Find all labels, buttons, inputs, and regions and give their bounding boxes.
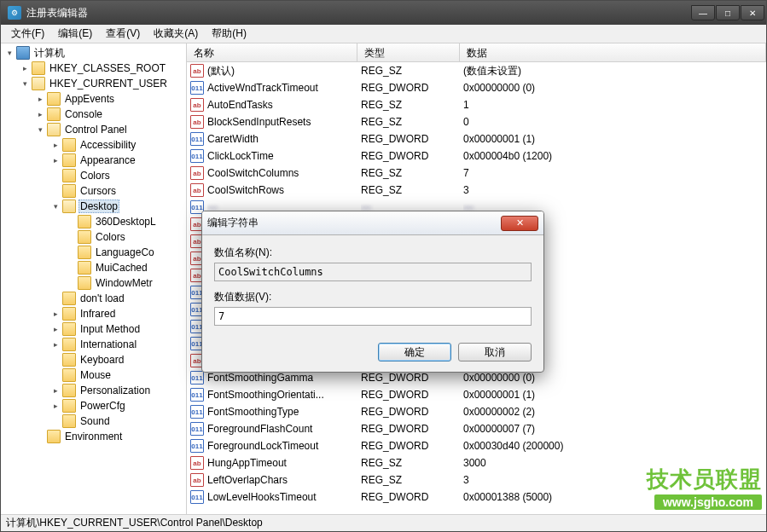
menu-help[interactable]: 帮助(H) — [205, 25, 253, 43]
tree-item[interactable]: ▸International — [1, 337, 186, 352]
expand-icon[interactable]: ▸ — [50, 339, 61, 350]
tree-item[interactable]: ▾Control Panel — [1, 122, 186, 137]
cell-name: ForegroundLockTimeout — [207, 440, 361, 452]
ok-button[interactable]: 确定 — [378, 343, 451, 361]
tree-item[interactable]: Environment — [1, 429, 186, 444]
tree-pane[interactable]: ▾计算机▸HKEY_CLASSES_ROOT▾HKEY_CURRENT_USER… — [1, 43, 187, 514]
expand-icon[interactable]: ▸ — [50, 140, 61, 150]
dialog-titlebar[interactable]: 编辑字符串 ✕ — [202, 211, 543, 235]
tree-item[interactable]: ▸HKEY_CLASSES_ROOT — [1, 61, 186, 76]
expand-icon[interactable]: ▸ — [50, 309, 61, 319]
tree-item[interactable]: ▸Input Method — [1, 321, 186, 337]
titlebar[interactable]: ⚙ 注册表编辑器 — □ ✕ — [1, 1, 766, 25]
folder-icon — [78, 246, 91, 259]
list-row[interactable]: 011ForegroundFlashCountREG_DWORD0x000000… — [187, 420, 766, 437]
list-row[interactable]: abBlockSendInputResetsREG_SZ0 — [187, 113, 766, 130]
cell-data: 0x00000000 (0) — [463, 372, 763, 384]
tree-item[interactable]: Cursors — [1, 183, 186, 199]
tree-item[interactable]: ▾Desktop — [1, 199, 186, 214]
cell-name: LeftOverlapChars — [207, 474, 361, 486]
tree-item[interactable]: ▾计算机 — [1, 45, 186, 61]
tree-item[interactable]: ▸Accessibility — [1, 137, 186, 153]
list-header: 名称 类型 数据 — [187, 43, 766, 62]
folder-icon — [62, 414, 76, 428]
menu-view[interactable]: 查看(V) — [99, 25, 147, 43]
tree-item[interactable]: don't load — [1, 291, 186, 306]
dword-value-icon: 011 — [190, 371, 204, 385]
expand-icon[interactable]: ▸ — [50, 324, 61, 334]
expand-icon[interactable]: ▸ — [50, 385, 61, 396]
list-row[interactable]: 011CaretWidthREG_DWORD0x00000001 (1) — [187, 130, 766, 147]
list-row[interactable]: abCoolSwitchColumnsREG_SZ7 — [187, 165, 766, 182]
dword-value-icon: 011 — [190, 439, 204, 453]
cell-data: 0 — [463, 116, 763, 128]
menu-favorites[interactable]: 收藏夹(A) — [147, 25, 205, 43]
dword-value-icon: 011 — [190, 490, 204, 504]
collapse-icon[interactable]: ▾ — [4, 48, 15, 58]
registry-tree: ▾计算机▸HKEY_CLASSES_ROOT▾HKEY_CURRENT_USER… — [1, 45, 186, 444]
list-row[interactable]: abAutoEndTasksREG_SZ1 — [187, 96, 766, 113]
expand-icon[interactable]: ▸ — [20, 63, 30, 73]
tree-item[interactable]: Mouse — [1, 367, 186, 383]
list-row[interactable]: 011ActiveWndTrackTimeoutREG_DWORD0x00000… — [187, 79, 766, 96]
menu-file[interactable]: 文件(F) — [4, 25, 51, 43]
dialog-close-button[interactable]: ✕ — [501, 216, 538, 231]
tree-item[interactable]: ▸Infrared — [1, 306, 186, 321]
list-row[interactable]: 011LowLevelHooksTimeoutREG_DWORD0x000013… — [187, 489, 766, 506]
tree-item[interactable]: ▸Personalization — [1, 383, 186, 398]
dword-value-icon: 011 — [190, 405, 204, 419]
cell-type: REG_SZ — [361, 99, 463, 111]
value-name-field — [214, 263, 532, 281]
collapse-icon[interactable]: ▾ — [35, 124, 45, 135]
tree-item[interactable]: Colors — [1, 229, 186, 245]
tree-item-label: International — [78, 338, 138, 351]
list-row[interactable]: 011ClickLockTimeREG_DWORD0x000004b0 (120… — [187, 147, 766, 165]
menu-edit[interactable]: 编辑(E) — [51, 25, 99, 43]
expand-icon[interactable]: ▸ — [35, 94, 45, 104]
list-row[interactable]: 011FontSmoothingOrientati...REG_DWORD0x0… — [187, 386, 766, 403]
expand-icon[interactable]: ▸ — [35, 109, 45, 119]
cell-name: ClickLockTime — [207, 150, 361, 162]
collapse-icon[interactable]: ▾ — [20, 78, 30, 89]
cell-data: 1 — [463, 99, 763, 111]
tree-item[interactable]: Sound — [1, 413, 186, 429]
tree-item[interactable]: WindowMetr — [1, 275, 186, 291]
expand-icon[interactable]: ▸ — [50, 155, 61, 165]
tree-item-label: 360DesktopL — [94, 215, 158, 228]
list-row[interactable]: abLeftOverlapCharsREG_SZ3 — [187, 471, 766, 489]
column-type[interactable]: 类型 — [357, 43, 460, 61]
cell-name: FontSmoothingOrientati... — [207, 389, 361, 401]
minimize-button[interactable]: — — [691, 5, 715, 20]
value-data-field[interactable] — [214, 307, 532, 326]
tree-item[interactable]: ▸Console — [1, 107, 186, 122]
tree-item[interactable]: LanguageCo — [1, 245, 186, 260]
column-name[interactable]: 名称 — [187, 43, 357, 61]
folder-icon — [62, 353, 76, 367]
list-row[interactable]: abCoolSwitchRowsREG_SZ3 — [187, 182, 766, 199]
tree-item-label: Infrared — [78, 307, 117, 321]
maximize-button[interactable]: □ — [716, 5, 740, 20]
cell-name: HungAppTimeout — [207, 457, 361, 469]
tree-item-label: Sound — [78, 414, 112, 428]
list-row[interactable]: abHungAppTimeoutREG_SZ3000 — [187, 454, 766, 471]
tree-item[interactable]: Colors — [1, 168, 186, 183]
folder-icon — [62, 153, 76, 167]
list-row[interactable]: 011ForegroundLockTimeoutREG_DWORD0x00030… — [187, 437, 766, 454]
folder-icon — [32, 77, 45, 90]
list-row[interactable]: ab(默认)REG_SZ(数值未设置) — [187, 62, 766, 79]
expand-icon[interactable]: ▸ — [50, 401, 61, 411]
tree-item[interactable]: ▸Appearance — [1, 153, 186, 168]
tree-item[interactable]: Keyboard — [1, 352, 186, 367]
tree-item[interactable]: ▸PowerCfg — [1, 398, 186, 413]
cancel-button[interactable]: 取消 — [458, 343, 532, 361]
collapse-icon[interactable]: ▾ — [50, 201, 61, 211]
tree-item-label: Appearance — [78, 153, 137, 167]
cell-type: REG_DWORD — [361, 406, 463, 418]
list-row[interactable]: 011FontSmoothingTypeREG_DWORD0x00000002 … — [187, 403, 766, 420]
tree-item[interactable]: ▾HKEY_CURRENT_USER — [1, 76, 186, 91]
tree-item[interactable]: MuiCached — [1, 260, 186, 275]
column-data[interactable]: 数据 — [460, 43, 766, 61]
close-button[interactable]: ✕ — [741, 5, 764, 20]
tree-item[interactable]: ▸AppEvents — [1, 91, 186, 107]
tree-item[interactable]: 360DesktopL — [1, 214, 186, 229]
